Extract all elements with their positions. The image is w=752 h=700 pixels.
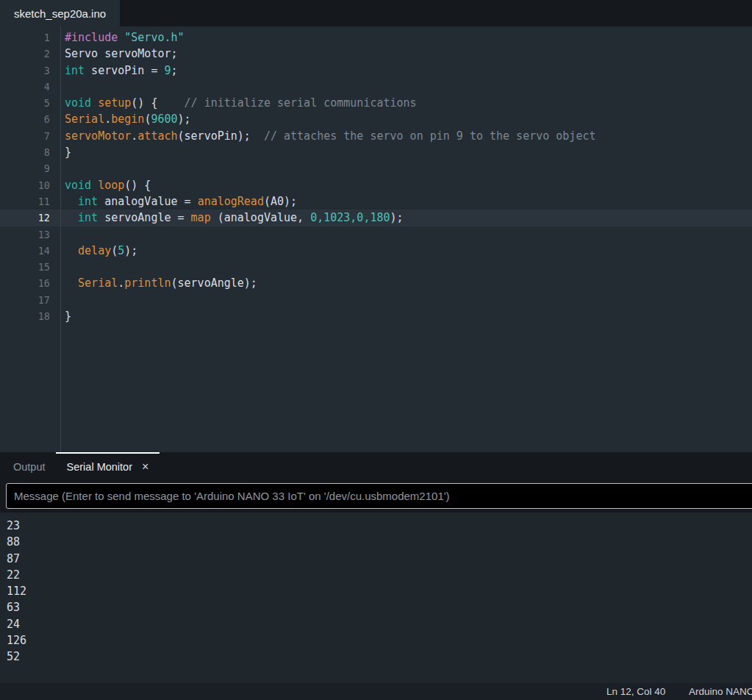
line-number: 1 xyxy=(0,29,50,46)
line-number: 10 xyxy=(0,177,50,193)
line-number: 12 xyxy=(0,210,50,226)
code-line[interactable]: 4 xyxy=(0,79,752,95)
line-number: 6 xyxy=(0,111,50,127)
code-line[interactable]: 7servoMotor.attach(servoPin); // attache… xyxy=(0,128,752,144)
code-line-text: Serial.println(servoAngle); xyxy=(50,275,257,291)
tab-sketch-sep20a[interactable]: sketch_sep20a.ino xyxy=(0,0,120,26)
status-bar: Ln 12, Col 40 Arduino NANO 33 IoT xyxy=(0,683,752,700)
code-line-text: } xyxy=(50,144,71,160)
code-line[interactable]: 5void setup() { // initialize serial com… xyxy=(0,95,752,111)
serial-output-line: 22 xyxy=(7,567,752,583)
line-number: 11 xyxy=(0,193,50,210)
code-lines: 1#include "Servo.h"2Servo servoMotor;3in… xyxy=(0,29,752,324)
code-line[interactable]: 11 int analogValue = analogRead(A0); xyxy=(0,193,752,210)
code-line-text xyxy=(50,259,65,275)
tab-output-label: Output xyxy=(13,461,46,473)
serial-output-line: 126 xyxy=(7,632,752,649)
line-number: 4 xyxy=(0,79,50,95)
code-line-text xyxy=(50,79,65,95)
serial-output-line: 24 xyxy=(7,616,752,632)
line-number: 17 xyxy=(0,292,50,308)
code-line[interactable]: 1#include "Servo.h" xyxy=(0,29,752,46)
serial-output-line: 52 xyxy=(7,649,752,665)
code-line-text: servoMotor.attach(servoPin); // attaches… xyxy=(50,128,595,144)
code-line-text: void setup() { // initialize serial comm… xyxy=(50,95,417,111)
code-line-text: int analogValue = analogRead(A0); xyxy=(50,193,297,210)
panel-tab-bar: Output Serial Monitor × xyxy=(0,452,752,482)
line-number: 2 xyxy=(0,46,50,62)
code-line-text: #include "Servo.h" xyxy=(50,29,185,46)
board-name[interactable]: Arduino NANO 33 IoT xyxy=(689,683,752,700)
serial-output-line: 23 xyxy=(7,518,752,534)
code-line[interactable]: 2Servo servoMotor; xyxy=(0,46,752,62)
line-number: 8 xyxy=(0,144,50,160)
code-line-text: void loop() { xyxy=(50,177,151,193)
code-line[interactable]: 9 xyxy=(0,160,752,176)
serial-message-input[interactable] xyxy=(6,483,752,509)
line-number: 15 xyxy=(0,259,50,275)
serial-output-line: 87 xyxy=(7,551,752,567)
line-number: 13 xyxy=(0,226,50,243)
tab-output[interactable]: Output xyxy=(0,452,56,482)
code-line[interactable]: 3int servoPin = 9; xyxy=(0,63,752,79)
serial-output-line: 112 xyxy=(7,583,752,599)
line-number: 16 xyxy=(0,275,50,291)
code-line[interactable]: 18} xyxy=(0,308,752,324)
code-line-text: Serial.begin(9600); xyxy=(50,111,191,127)
line-number: 5 xyxy=(0,95,50,111)
cursor-position[interactable]: Ln 12, Col 40 xyxy=(606,683,665,700)
code-line[interactable]: 12 int servoAngle = map (analogValue, 0,… xyxy=(0,210,752,226)
code-line-text: int servoAngle = map (analogValue, 0,102… xyxy=(50,210,404,226)
code-line-text: Servo servoMotor; xyxy=(50,46,178,62)
tab-serial-monitor-label: Serial Monitor xyxy=(67,461,132,473)
editor-tab-bar: sketch_sep20a.ino xyxy=(0,0,752,26)
editor-tab-label: sketch_sep20a.ino xyxy=(14,7,106,20)
serial-output-line: 63 xyxy=(7,599,752,615)
code-line[interactable]: 8} xyxy=(0,144,752,160)
serial-output[interactable]: 23888722112632412652 xyxy=(0,512,752,683)
code-line-text xyxy=(50,292,65,308)
code-line-text xyxy=(50,160,65,176)
code-line[interactable]: 15 xyxy=(0,259,752,275)
close-icon[interactable]: × xyxy=(142,461,148,473)
code-line-text: } xyxy=(50,308,71,324)
code-editor[interactable]: 1#include "Servo.h"2Servo servoMotor;3in… xyxy=(0,26,752,452)
code-line[interactable]: 6Serial.begin(9600); xyxy=(0,111,752,127)
code-line[interactable]: 13 xyxy=(0,226,752,243)
line-number: 18 xyxy=(0,308,50,324)
line-number: 3 xyxy=(0,63,50,79)
code-line[interactable]: 14 delay(5); xyxy=(0,243,752,259)
code-line-text: delay(5); xyxy=(50,243,137,259)
tab-serial-monitor[interactable]: Serial Monitor × xyxy=(56,452,160,482)
serial-output-line: 88 xyxy=(7,534,752,550)
line-number: 9 xyxy=(0,160,50,176)
code-line[interactable]: 16 Serial.println(servoAngle); xyxy=(0,275,752,291)
line-number: 7 xyxy=(0,128,50,144)
code-line[interactable]: 10void loop() { xyxy=(0,177,752,193)
serial-input-row xyxy=(0,482,752,512)
code-line-text: int servoPin = 9; xyxy=(50,63,178,79)
code-line-text xyxy=(50,226,65,243)
code-line[interactable]: 17 xyxy=(0,292,752,308)
line-number: 14 xyxy=(0,243,50,259)
